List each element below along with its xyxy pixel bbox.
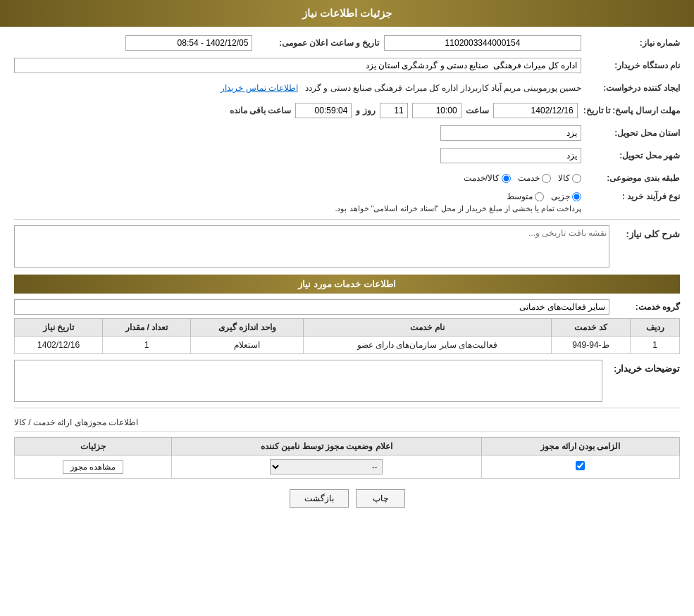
category-label: طبقه بندی موضوعی:	[581, 173, 680, 183]
radio-kala-label: کالا	[558, 173, 570, 183]
col-row-num: ردیف	[631, 319, 680, 337]
buyer-desc-textarea[interactable]	[14, 360, 602, 402]
page-wrapper: جزئیات اطلاعات نیاز شماره نیاز: تاریخ و …	[0, 0, 694, 616]
col-license-status: اعلام وضعیت مجوز توسط نامین کننده	[171, 438, 481, 455]
province-row: استان محل تحویل:	[14, 124, 680, 142]
procurement-row: نوع فرآیند خرید : جزیی متوسط پرداخت تمام…	[14, 191, 680, 213]
services-table-body: 1 ط-94-949 فعالیت‌های سایر سازمان‌های دا…	[15, 337, 680, 354]
cell-license-status: --	[171, 455, 481, 479]
radio-motawaset[interactable]: متوسط	[507, 191, 544, 201]
license-status-select[interactable]: --	[270, 459, 383, 474]
view-license-button[interactable]: مشاهده مجوز	[63, 460, 123, 474]
buyer-description-section: توضیحات خریدار:	[14, 360, 680, 402]
deadline-date-time: ساعت روز و ساعت باقی مانده	[230, 103, 578, 118]
need-number-input[interactable]	[384, 35, 581, 51]
need-number-label: شماره نیاز:	[581, 38, 680, 48]
buyer-name-input[interactable]	[14, 58, 581, 73]
col-license-required: الزامی بودن ارائه مجوز	[481, 438, 679, 455]
response-days-input[interactable]	[380, 103, 408, 118]
main-content: شماره نیاز: تاریخ و ساعت اعلان عمومی: نا…	[0, 27, 694, 525]
radio-jazei[interactable]: جزیی	[551, 191, 581, 201]
col-need-date: تاریخ نیاز	[15, 319, 103, 337]
creator-contact-link[interactable]: اطلاعات تماس خریدار	[221, 83, 298, 93]
radio-jazei-label: جزیی	[551, 191, 570, 201]
announce-datetime-input[interactable]	[125, 35, 252, 51]
response-time-input[interactable]	[412, 103, 461, 118]
creator-label: ایجاد کننده درخواست:	[581, 83, 680, 93]
category-radio-group: کالا خدمت کالا/خدمت	[464, 173, 581, 183]
divider-1	[14, 219, 680, 220]
creator-value: حسین پورموبینی مریم آباد کاربرداز اداره …	[305, 83, 581, 93]
buyer-desc-label: توضیحات خریدار:	[602, 360, 680, 374]
cell-service-name: فعالیت‌های سایر سازمان‌های دارای عضو	[304, 337, 551, 354]
remaining-time-label: ساعت باقی مانده	[230, 106, 292, 115]
license-section-title: اطلاعات مجوزهای ارائه خدمت / کالا	[14, 414, 680, 432]
cell-license-details: مشاهده مجوز	[15, 455, 172, 479]
print-button[interactable]: چاپ	[356, 489, 405, 508]
divider-2	[14, 408, 680, 408]
need-number-row: شماره نیاز: تاریخ و ساعت اعلان عمومی:	[14, 34, 680, 52]
page-title: جزئیات اطلاعات نیاز	[302, 7, 392, 19]
license-required-checkbox[interactable]	[576, 461, 585, 470]
cell-service-code: ط-94-949	[551, 337, 631, 354]
radio-kala-khedmat[interactable]: کالا/خدمت	[464, 173, 511, 183]
radio-kala-input[interactable]	[572, 174, 581, 183]
bottom-buttons: چاپ بازگشت	[14, 489, 680, 508]
license-title-text: اطلاعات مجوزهای ارائه خدمت / کالا	[14, 417, 138, 427]
radio-kala-khedmat-input[interactable]	[502, 174, 511, 183]
license-table-header: الزامی بودن ارائه مجوز اعلام وضعیت مجوز …	[15, 438, 680, 455]
city-row: شهر محل تحویل:	[14, 146, 680, 165]
city-label: شهر محل تحویل:	[581, 151, 680, 161]
cell-unit: استعلام	[191, 337, 304, 354]
radio-kala-khedmat-label: کالا/خدمت	[464, 173, 500, 183]
announce-datetime-label: تاریخ و ساعت اعلان عمومی:	[252, 38, 379, 48]
col-license-details: جزئیات	[15, 438, 172, 455]
city-input[interactable]	[440, 148, 581, 163]
cell-quantity: 1	[103, 337, 191, 354]
cell-need-date: 1402/12/16	[15, 337, 103, 354]
table-row: 1 ط-94-949 فعالیت‌های سایر سازمان‌های دا…	[15, 337, 680, 354]
services-info-title: اطلاعات خدمات مورد نیاز	[14, 275, 680, 294]
page-header: جزئیات اطلاعات نیاز	[0, 0, 694, 27]
remaining-time-input[interactable]	[295, 103, 352, 118]
radio-khedmat-label: خدمت	[518, 173, 540, 183]
response-date-input[interactable]	[493, 103, 578, 118]
general-desc-label: شرح کلی نیاز:	[609, 225, 680, 239]
procurement-note: پرداخت تمام یا بخشی از مبلغ خریدار از مح…	[335, 204, 581, 213]
service-group-row: گروه خدمت:	[14, 299, 680, 315]
radio-kala[interactable]: کالا	[558, 173, 581, 183]
cell-license-required	[481, 455, 679, 479]
service-group-label: گروه خدمت:	[609, 302, 680, 312]
category-row: طبقه بندی موضوعی: کالا خدمت کالا/خدمت	[14, 169, 680, 187]
procurement-label: نوع فرآیند خرید :	[581, 191, 680, 201]
response-deadline-label: مهلت ارسال پاسخ: تا تاریخ:	[578, 106, 680, 115]
buyer-name-row: نام دستگاه خریدار:	[14, 56, 680, 75]
license-table: الزامی بودن ارائه مجوز اعلام وضعیت مجوز …	[14, 437, 680, 479]
province-input[interactable]	[440, 125, 581, 141]
radio-jazei-input[interactable]	[572, 192, 581, 201]
col-unit: واحد اندازه گیری	[191, 319, 304, 337]
radio-khedmat-input[interactable]	[542, 174, 551, 183]
radio-motawaset-input[interactable]	[535, 192, 544, 201]
creator-row: ایجاد کننده درخواست: حسین پورموبینی مریم…	[14, 79, 680, 97]
response-deadline-row: مهلت ارسال پاسخ: تا تاریخ: ساعت روز و سا…	[14, 101, 680, 120]
service-group-input[interactable]	[14, 299, 609, 315]
license-table-body: -- مشاهده مجوز	[15, 455, 680, 479]
radio-motawaset-label: متوسط	[507, 191, 533, 201]
procurement-radio-group: جزیی متوسط	[507, 191, 581, 201]
general-desc-textarea[interactable]	[14, 225, 609, 268]
creator-value-wrapper: حسین پورموبینی مریم آباد کاربرداز اداره …	[14, 83, 581, 93]
response-day-label: روز و	[356, 106, 375, 115]
table-row: -- مشاهده مجوز	[15, 455, 680, 479]
col-service-code: کد خدمت	[551, 319, 631, 337]
general-description-area: شرح کلی نیاز:	[14, 225, 680, 268]
province-label: استان محل تحویل:	[581, 128, 680, 138]
radio-khedmat[interactable]: خدمت	[518, 173, 551, 183]
response-time-label: ساعت	[466, 106, 489, 115]
back-button[interactable]: بازگشت	[290, 489, 349, 508]
col-quantity: تعداد / مقدار	[103, 319, 191, 337]
cell-row-num: 1	[631, 337, 680, 354]
col-service-name: نام خدمت	[304, 319, 551, 337]
services-table: ردیف کد خدمت نام خدمت واحد اندازه گیری ت…	[14, 318, 680, 354]
buyer-name-label: نام دستگاه خریدار:	[581, 61, 680, 70]
